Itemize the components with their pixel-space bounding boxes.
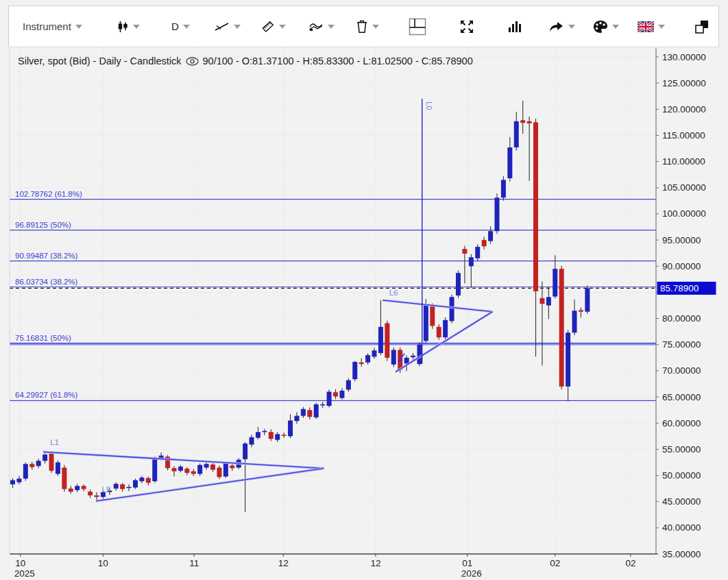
y-tick-label: 95.00000 <box>662 235 701 245</box>
candle-up <box>127 487 132 488</box>
trend-line-label: L5 <box>101 485 110 494</box>
share-icon <box>548 20 564 34</box>
candle-up <box>262 431 267 433</box>
layout-button[interactable] <box>409 6 426 47</box>
chart-title-symbol: Silver, spot (Bid) - Daily - Candlestick <box>18 56 182 67</box>
x-tick-label: 12 <box>278 558 289 568</box>
fullscreen-button[interactable] <box>459 6 474 47</box>
y-tick-label: 70.00000 <box>662 365 701 376</box>
candle-up <box>133 480 138 487</box>
drawing-tool-dropdown[interactable] <box>261 6 286 47</box>
chevron-down-icon <box>568 25 575 29</box>
x-tick-year-label: 2026 <box>461 568 482 579</box>
y-tick-label: 100.00000 <box>662 208 706 219</box>
chevron-down-icon <box>328 25 335 29</box>
candle-down <box>88 492 93 495</box>
chart-title-stats: 90/100 - O:81.37100 - H:85.83300 - L:81.… <box>203 56 473 67</box>
candle-up <box>204 464 209 468</box>
chevron-down-icon <box>279 25 286 29</box>
candle-up <box>443 320 448 337</box>
candle-down <box>430 306 435 326</box>
trend-line-label: L6 <box>389 289 398 297</box>
triangle1-upper[interactable] <box>43 452 324 468</box>
candle-up <box>294 416 299 422</box>
appearance-dropdown[interactable] <box>593 6 619 47</box>
x-tick-label: 10 <box>15 558 25 568</box>
x-tick-year-label: 2025 <box>14 568 35 579</box>
candle-down <box>437 327 441 337</box>
candle-down <box>49 453 54 470</box>
candle-up <box>114 484 119 489</box>
chart-title: Silver, spot (Bid) - Daily - Candlestick… <box>18 56 473 67</box>
chart-type-dropdown[interactable] <box>117 6 140 47</box>
fib-label: 96.89125 (50%) <box>15 221 71 229</box>
candle-up <box>450 297 454 321</box>
candle-down <box>533 122 538 291</box>
share-dropdown[interactable] <box>548 6 575 47</box>
candle-down <box>230 466 234 468</box>
candle-up <box>10 480 15 484</box>
candle-up <box>365 355 370 363</box>
candle-down <box>120 485 125 490</box>
candle-up <box>301 409 306 416</box>
triangle1-lower[interactable] <box>96 468 324 501</box>
x-tick-label: 12 <box>370 558 380 568</box>
language-dropdown[interactable] <box>638 6 665 47</box>
candle-up <box>507 147 512 178</box>
candle-up <box>572 311 577 333</box>
candle-up <box>411 356 415 357</box>
delete-dropdown[interactable] <box>356 6 379 47</box>
candle-down <box>385 323 389 357</box>
candlestick-chart[interactable]: 102.78762 (61.8%)96.89125 (50%)90.99487 … <box>0 0 728 580</box>
candle-down <box>184 469 189 473</box>
trading-app: { "toolbar": { "instrument_label": "Inst… <box>0 0 728 580</box>
chevron-down-icon <box>133 25 140 29</box>
candle-up <box>352 362 357 379</box>
candle-up <box>553 269 557 296</box>
indicators-dropdown[interactable] <box>308 6 335 47</box>
candle-down <box>462 249 467 254</box>
candle-up <box>456 273 461 295</box>
y-tick-label: 60.00000 <box>662 418 701 428</box>
y-tick-label: 75.00000 <box>662 339 701 350</box>
y-tick-label: 45.00000 <box>662 496 701 507</box>
candle-up <box>378 327 383 353</box>
candlestick-icon <box>117 21 129 33</box>
candle-up <box>488 231 493 241</box>
candle-up <box>139 478 144 481</box>
toolbar: Instrument D <box>8 5 719 47</box>
indicator-icon <box>308 21 324 33</box>
candle-down <box>217 468 221 477</box>
chevron-down-icon <box>234 25 241 29</box>
windows-button[interactable] <box>694 6 709 47</box>
trendline-tool-dropdown[interactable] <box>215 6 241 47</box>
y-tick-label: 105.00000 <box>662 182 706 193</box>
candle-up <box>36 461 41 466</box>
instrument-label: Instrument <box>23 21 71 32</box>
eye-icon[interactable] <box>186 57 199 66</box>
candle-down <box>146 478 151 483</box>
triangle2-upper[interactable] <box>383 300 492 312</box>
y-tick-label: 65.00000 <box>662 392 701 402</box>
candle-up <box>243 444 247 459</box>
timeframe-dropdown[interactable]: D <box>171 6 190 47</box>
candle-down <box>82 486 86 490</box>
candle-up <box>16 479 21 482</box>
candle-down <box>269 432 274 439</box>
candle-up <box>275 434 280 439</box>
candle-down <box>539 298 544 304</box>
candle-up <box>546 297 551 305</box>
x-tick-label: 01 <box>462 558 472 568</box>
volume-button[interactable] <box>508 6 522 47</box>
candle-down <box>579 310 583 311</box>
candle-up <box>23 464 28 479</box>
candle-up <box>223 463 228 476</box>
palette-icon <box>593 20 608 34</box>
instrument-dropdown[interactable]: Instrument <box>23 6 82 47</box>
candle-up <box>75 486 80 490</box>
trendline-icon <box>215 21 230 32</box>
candle-down <box>29 464 34 468</box>
candle-up <box>424 305 428 341</box>
chevron-down-icon <box>75 25 82 29</box>
trash-icon <box>356 20 368 34</box>
